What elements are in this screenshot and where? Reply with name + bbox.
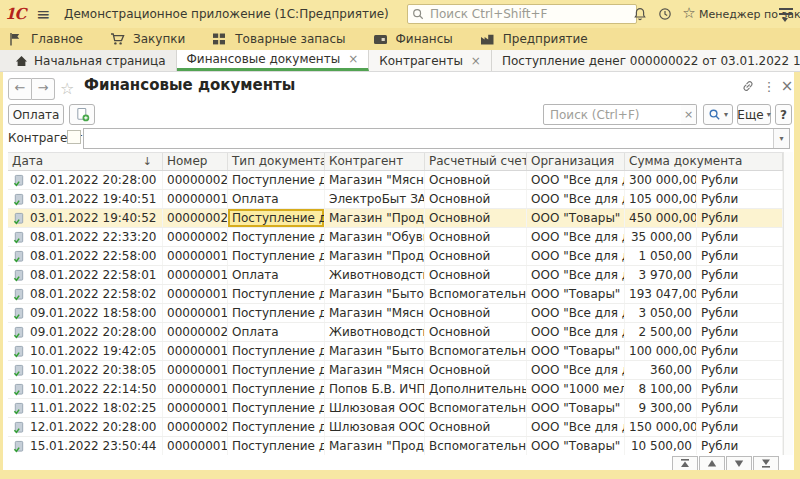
help-button[interactable]: ? <box>775 104 792 125</box>
cell-date[interactable]: 03.01.2022 19:40:51 <box>8 190 163 208</box>
cell-counterparty[interactable]: ЭлектроБыт ЗАО <box>325 190 425 208</box>
cell-counterparty[interactable]: Шлюзовая ООО <box>325 418 425 436</box>
table-row[interactable]: 02.01.2022 20:28:00 000000021 Поступлени… <box>8 171 783 190</box>
cell-counterparty[interactable]: Магазин "Бытовая... <box>325 342 425 360</box>
tab-home[interactable]: Начальная страница <box>5 50 177 71</box>
cell-date[interactable]: 15.01.2022 23:50:44 <box>8 437 163 455</box>
cell-account[interactable]: Основной <box>425 228 527 246</box>
cell-doc-type[interactable]: Поступление денег <box>228 304 325 322</box>
cell-organization[interactable]: ООО "1000 мелоч... <box>527 380 625 398</box>
cell-account[interactable]: Основной <box>425 323 527 341</box>
cell-account[interactable]: Вспомогательный <box>425 399 527 417</box>
favorites-star-icon[interactable]: ☆ <box>681 5 697 21</box>
column-header-organization[interactable]: Организация <box>527 153 625 170</box>
list-search-input[interactable] <box>548 107 677 123</box>
cell-doc-type[interactable]: Поступление денег <box>228 285 325 303</box>
cell-currency[interactable]: Рубли <box>697 171 783 189</box>
clear-search-button[interactable]: × <box>681 104 697 125</box>
counterparty-filter-field[interactable]: ▾ <box>83 128 790 149</box>
column-header-amount[interactable]: Сумма документа <box>625 153 783 170</box>
list-search[interactable] <box>543 104 682 125</box>
cell-amount[interactable]: 300 000,00 <box>625 171 697 189</box>
menu-item-main[interactable]: Главное <box>8 28 100 50</box>
column-header-date[interactable]: Дата ↓ <box>8 153 163 170</box>
cell-organization[interactable]: ООО "Все для дома" <box>527 247 625 265</box>
cell-doc-type[interactable]: Оплата <box>228 266 325 284</box>
cell-currency[interactable]: Рубли <box>697 247 783 265</box>
cell-date[interactable]: 02.01.2022 20:28:00 <box>8 171 163 189</box>
dropdown-button[interactable]: ▾ <box>773 129 789 148</box>
cell-currency[interactable]: Рубли <box>697 228 783 246</box>
cell-doc-type[interactable]: Оплата <box>228 323 325 341</box>
payment-button[interactable]: Оплата <box>8 104 64 125</box>
cell-organization[interactable]: ООО "Все для дома" <box>527 323 625 341</box>
cell-currency[interactable]: Рубли <box>697 418 783 436</box>
cell-number[interactable]: 000000018 <box>163 285 228 303</box>
cell-organization[interactable]: ООО "Все для дома" <box>527 171 625 189</box>
cell-date[interactable]: 08.01.2022 22:33:20 <box>8 228 163 246</box>
cell-organization[interactable]: ООО "Товары" <box>527 399 625 417</box>
cell-amount[interactable]: 1 050,00 <box>625 247 697 265</box>
menu-item-enterprise[interactable]: Предприятие <box>470 28 605 50</box>
cell-account[interactable]: Дополнительный <box>425 380 527 398</box>
cell-currency[interactable]: Рубли <box>697 285 783 303</box>
cell-amount[interactable]: 3 050,00 <box>625 304 697 322</box>
table-row[interactable]: 10.01.2022 19:42:05 000000019 Поступлени… <box>8 342 783 361</box>
cell-amount[interactable]: 450 000,00 <box>625 209 697 227</box>
cell-doc-type[interactable]: Поступление денег <box>228 361 325 379</box>
create-document-button[interactable] <box>69 104 95 125</box>
cell-date[interactable]: 08.01.2022 22:58:02 <box>8 285 163 303</box>
table-row[interactable]: 15.01.2022 23:50:44 000000016 Поступлени… <box>8 437 783 455</box>
cell-number[interactable]: 000000022 <box>163 209 228 227</box>
table-row[interactable]: 08.01.2022 22:58:00 000000011 Поступлени… <box>8 247 783 266</box>
cell-date[interactable]: 09.01.2022 18:58:00 <box>8 304 163 322</box>
cell-doc-type[interactable]: Поступление денег <box>228 247 325 265</box>
cell-amount[interactable]: 2 500,00 <box>625 323 697 341</box>
cell-currency[interactable]: Рубли <box>697 323 783 341</box>
cell-account[interactable]: Основной <box>425 418 527 436</box>
table-row[interactable]: 10.01.2022 20:38:05 000000013 Поступлени… <box>8 361 783 380</box>
cell-organization[interactable]: ООО "Товары" <box>527 285 625 303</box>
cell-amount[interactable]: 3 970,00 <box>625 266 697 284</box>
cell-doc-type[interactable]: Поступление денег <box>228 418 325 436</box>
table-row[interactable]: 11.01.2022 18:02:25 000000015 Поступлени… <box>8 399 783 418</box>
settings-menu-icon[interactable] <box>779 8 794 21</box>
cell-account[interactable]: Основной <box>425 247 527 265</box>
table-row[interactable]: 08.01.2022 22:58:01 000000016 Оплата Жив… <box>8 266 783 285</box>
cell-currency[interactable]: Рубли <box>697 266 783 284</box>
cell-counterparty[interactable]: Магазин "Мясная ... <box>325 171 425 189</box>
cell-number[interactable]: 000000023 <box>163 418 228 436</box>
cell-account[interactable]: Основной <box>425 361 527 379</box>
cell-number[interactable]: 000000019 <box>163 342 228 360</box>
cell-number[interactable]: 000000013 <box>163 361 228 379</box>
cell-doc-type[interactable]: Поступление денег <box>228 342 325 360</box>
cell-amount[interactable]: 105 000,00 <box>625 190 697 208</box>
cell-amount[interactable]: 100 000,00 <box>625 342 697 360</box>
search-options-button[interactable]: ▾ <box>703 104 733 125</box>
cell-counterparty[interactable]: Магазин "Бытовая... <box>325 285 425 303</box>
go-last-button[interactable] <box>753 456 779 471</box>
cell-amount[interactable]: 35 000,00 <box>625 228 697 246</box>
cell-number[interactable]: 000000016 <box>163 437 228 455</box>
add-favorite-star-icon[interactable]: ☆ <box>60 79 74 98</box>
cell-date[interactable]: 10.01.2022 20:38:05 <box>8 361 163 379</box>
cell-amount[interactable]: 10 500,00 <box>625 437 697 455</box>
cell-doc-type[interactable]: Поступление денег <box>228 171 325 189</box>
cell-doc-type[interactable]: Поступление денег <box>228 209 325 227</box>
counterparty-filter-input[interactable] <box>84 129 773 148</box>
cell-amount[interactable]: 193 047,00 <box>625 285 697 303</box>
cell-date[interactable]: 03.01.2022 19:40:52 <box>8 209 163 227</box>
column-header-doc-type[interactable]: Тип документа <box>228 153 325 170</box>
cell-organization[interactable]: ООО "Все для дома" <box>527 190 625 208</box>
cell-amount[interactable]: 8 100,00 <box>625 380 697 398</box>
cell-currency[interactable]: Рубли <box>697 399 783 417</box>
cell-account[interactable]: Основной <box>425 266 527 284</box>
cell-organization[interactable]: ООО "Все для дома" <box>527 228 625 246</box>
cell-date[interactable]: 12.01.2022 20:28:00 <box>8 418 163 436</box>
notifications-bell-icon[interactable] <box>632 6 648 22</box>
table-row[interactable]: 10.01.2022 22:14:50 000000014 Поступлени… <box>8 380 783 399</box>
cell-currency[interactable]: Рубли <box>697 361 783 379</box>
cell-amount[interactable]: 9 300,00 <box>625 399 697 417</box>
history-icon[interactable] <box>657 6 673 22</box>
cell-counterparty[interactable]: Животноводство ... <box>325 266 425 284</box>
